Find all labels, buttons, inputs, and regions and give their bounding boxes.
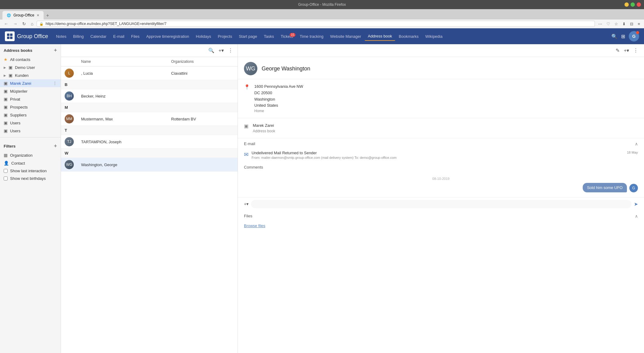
sidebar-item-all-contacts[interactable]: ★ All contacts xyxy=(0,55,61,63)
checkbox-show-next-birthdays[interactable]: Show next birthdays xyxy=(0,175,61,182)
home-button[interactable]: ⌂ xyxy=(29,21,35,27)
letter-group-w: W xyxy=(61,149,238,158)
comment-input-field[interactable] xyxy=(251,200,631,208)
window-controls[interactable] xyxy=(624,2,641,7)
browser-tab[interactable]: 🌐 Group-Office ✕ xyxy=(2,11,44,20)
bookmark-star-button[interactable]: ⋯ xyxy=(597,21,604,27)
nav-notes[interactable]: Notes xyxy=(53,32,70,41)
search-button[interactable]: 🔍 xyxy=(611,34,617,39)
sidebar-item-suppliers[interactable]: ▣ Suppliers xyxy=(0,111,61,119)
checkbox-show-last-interaction[interactable]: Show last interaction xyxy=(0,167,61,175)
table-row[interactable]: TJ TARTAMPION, Joseph xyxy=(61,135,238,149)
table-row[interactable]: WG Washington, George xyxy=(61,158,238,172)
sidebar-item-musteriler[interactable]: ▣ Müşteriler xyxy=(0,87,61,95)
commenter-avatar: G xyxy=(629,184,638,192)
filter-contact[interactable]: 👤 Contact xyxy=(0,159,61,167)
search-contacts-button[interactable]: 🔍 xyxy=(207,47,215,54)
table-row[interactable]: L , Lucia Ciavattini xyxy=(61,66,238,80)
location-icon: 📍 xyxy=(244,84,250,90)
contact-list-panel: 🔍 +▾ ⋮ Name Organizations xyxy=(61,44,238,353)
maximize-button[interactable] xyxy=(631,2,635,7)
reader-mode-button[interactable]: ♡ xyxy=(605,21,612,27)
sidebar-item-marek-zarei[interactable]: ▣ Marek Zarei ⋮ xyxy=(0,79,61,87)
nav-tickets[interactable]: Tickets 15 xyxy=(277,32,296,41)
contact-name-cell: , Lucia xyxy=(77,66,167,80)
letter-group-m: M xyxy=(61,103,238,112)
add-address-book-button[interactable]: + xyxy=(54,47,57,54)
sidebar-item-kunden[interactable]: ▶ ▣ Kunden xyxy=(0,71,61,79)
files-section-toggle[interactable]: ∧ xyxy=(635,214,638,219)
nav-calendar[interactable]: Calendar xyxy=(87,32,109,41)
download-button[interactable]: ⬇ xyxy=(621,21,627,27)
close-button[interactable] xyxy=(637,2,641,7)
back-button[interactable]: ← xyxy=(2,21,10,27)
nav-approve-timeregistration[interactable]: Approve timeregistration xyxy=(143,32,192,41)
apps-grid-button[interactable]: ⊞ xyxy=(621,34,625,39)
nav-time-tracking[interactable]: Time tracking xyxy=(297,32,327,41)
tab-close-button[interactable]: ✕ xyxy=(37,13,39,17)
address-line3: Washington xyxy=(254,96,303,103)
contact-avatar: L xyxy=(65,69,74,78)
email-item[interactable]: ✉ Undelivered Mail Returned to Sender Fr… xyxy=(238,148,644,162)
comment-send-button[interactable]: ➤ xyxy=(634,201,638,207)
address-bar[interactable]: 🔒 https://demo.group-office.eu/index.php… xyxy=(37,21,595,27)
contact-more-cell xyxy=(228,89,238,103)
contact-avatar-cell: BH xyxy=(61,89,77,103)
forward-button[interactable]: → xyxy=(12,21,19,27)
comment-add-button[interactable]: +▾ xyxy=(244,201,249,206)
sidebar-item-demo-user[interactable]: ▶ ▣ Demo User xyxy=(0,63,61,71)
star-button[interactable]: ☆ xyxy=(613,21,620,27)
nav-tasks[interactable]: Tasks xyxy=(261,32,277,41)
minimize-button[interactable] xyxy=(624,2,629,7)
folder-icon: ▣ xyxy=(4,120,8,125)
browse-files-button[interactable]: Browse files xyxy=(244,223,265,228)
nav-wikipedia[interactable]: Wikipedia xyxy=(422,32,445,41)
nav-start-page[interactable]: Start page xyxy=(236,32,260,41)
show-next-birthdays-checkbox[interactable] xyxy=(4,176,8,180)
filter-organization[interactable]: ▦ Organization xyxy=(0,151,61,159)
add-contact-button[interactable]: +▾ xyxy=(218,47,225,54)
nav-email[interactable]: E-mail xyxy=(110,32,127,41)
more-options-button[interactable]: ⋮ xyxy=(53,81,57,86)
sidebar-item-privat[interactable]: ▣ Privat xyxy=(0,95,61,103)
sidebar-item-users-1[interactable]: ▣ Users xyxy=(0,119,61,127)
notification-dot xyxy=(636,31,639,34)
show-last-interaction-checkbox[interactable] xyxy=(4,169,8,173)
col-more xyxy=(228,57,238,66)
more-options-button[interactable]: ⋮ xyxy=(227,47,234,54)
user-avatar[interactable]: G xyxy=(629,31,639,41)
contact-more-cell xyxy=(228,66,238,80)
detail-avatar: WG xyxy=(244,62,257,75)
nav-files[interactable]: Files xyxy=(128,32,142,41)
nav-projects[interactable]: Projects xyxy=(215,32,235,41)
open-menu-button[interactable]: ≡ xyxy=(636,21,642,27)
address-line4: United States xyxy=(254,102,303,109)
add-filter-button[interactable]: + xyxy=(54,143,57,149)
nav-website-manager[interactable]: Website Manager xyxy=(327,32,364,41)
synced-tabs-button[interactable]: ⊟ xyxy=(628,21,635,27)
detail-toolbar: ✎ +▾ ⋮ xyxy=(238,44,644,57)
reload-button[interactable]: ↻ xyxy=(21,21,27,27)
more-detail-options-button[interactable]: ⋮ xyxy=(632,47,639,54)
os-titlebar: Group-Office - Mozilla Firefox xyxy=(0,0,644,9)
contact-org-cell xyxy=(167,135,228,149)
sidebar-item-users-2[interactable]: ▣ Users xyxy=(0,127,61,135)
sidebar: Address books + ★ All contacts ▶ ▣ Demo … xyxy=(0,44,61,353)
email-section-toggle[interactable]: ∧ xyxy=(635,141,638,146)
table-row[interactable]: BH Becker, Heinz xyxy=(61,89,238,103)
comment-input-row: +▾ ➤ xyxy=(238,197,644,211)
edit-contact-button[interactable]: ✎ xyxy=(615,47,621,54)
nav-billing[interactable]: Billing xyxy=(70,32,87,41)
nav-address-book[interactable]: Address book xyxy=(365,32,395,41)
app-header: Group Office Notes Billing Calendar E-ma… xyxy=(0,28,644,44)
add-detail-button[interactable]: +▾ xyxy=(623,47,630,54)
new-tab-button[interactable]: + xyxy=(44,12,51,20)
sidebar-item-prospects[interactable]: ▣ Prospects xyxy=(0,103,61,111)
table-row[interactable]: MM Mustermann, Max Rotterdam BV xyxy=(61,112,238,126)
sidebar-divider xyxy=(0,137,61,137)
col-name[interactable]: Name xyxy=(77,57,167,66)
nav-holidays[interactable]: Holidays xyxy=(193,32,214,41)
address-content: 1600 Pennsylvania Ave NW DC 20500 Washin… xyxy=(254,84,303,113)
contact-name-cell: TARTAMPION, Joseph xyxy=(77,135,167,149)
nav-bookmarks[interactable]: Bookmarks xyxy=(396,32,422,41)
